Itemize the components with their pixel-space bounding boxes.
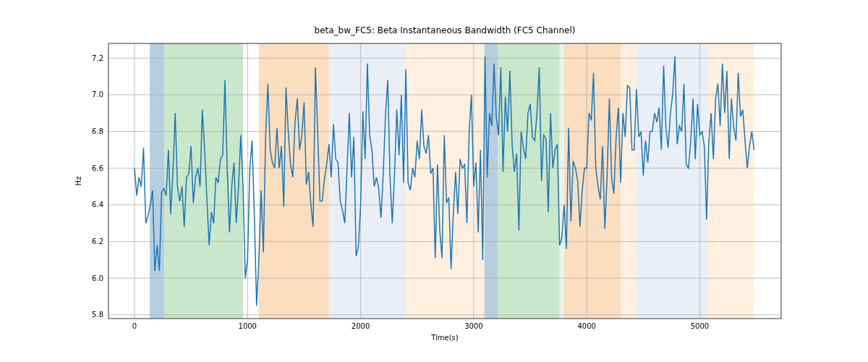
y-axis: 5.86.06.26.46.66.87.07.2	[92, 54, 109, 319]
y-tick-label: 6.0	[92, 274, 103, 282]
event-band	[406, 43, 485, 319]
y-tick-label: 6.2	[92, 237, 103, 245]
event-band	[621, 43, 637, 319]
event-band	[259, 43, 329, 319]
event-band	[707, 43, 754, 319]
chart-title: beta_bw_FC5: Beta Instantaneous Bandwidt…	[315, 25, 576, 35]
x-tick-label: 2000	[352, 322, 370, 330]
y-tick-label: 6.4	[92, 201, 103, 209]
event-band	[560, 43, 564, 319]
y-axis-label: Hz	[75, 177, 82, 186]
y-tick-label: 6.6	[92, 164, 103, 172]
x-tick-label: 3000	[464, 322, 482, 330]
event-band	[498, 43, 559, 319]
chart-container: 0100020003000400050005.86.06.26.46.66.87…	[0, 0, 868, 362]
x-axis-label: Time(s)	[430, 334, 459, 342]
event-band	[357, 43, 406, 319]
event-band	[485, 43, 498, 319]
y-tick-label: 6.8	[92, 127, 103, 135]
event-band	[329, 43, 357, 319]
x-axis: 010002000300040005000	[132, 319, 709, 330]
x-tick-label: 4000	[577, 322, 595, 330]
line-chart: 0100020003000400050005.86.06.26.46.66.87…	[0, 0, 868, 362]
y-tick-label: 5.8	[92, 311, 103, 319]
x-tick-label: 5000	[691, 322, 709, 330]
y-tick-label: 7.0	[92, 90, 103, 98]
y-tick-label: 7.2	[92, 54, 103, 62]
event-band	[150, 43, 164, 319]
event-band	[164, 43, 243, 319]
event-band	[637, 43, 707, 319]
x-tick-label: 0	[132, 322, 137, 330]
x-tick-label: 1000	[239, 322, 257, 330]
